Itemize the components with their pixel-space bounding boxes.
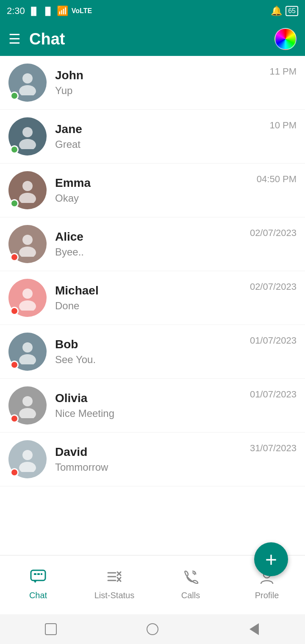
chat-content-michael: Michael Done [55, 284, 243, 312]
fab-icon: + [265, 548, 277, 571]
signal-icon-1: ▐▌ [28, 7, 39, 16]
svg-point-3 [19, 139, 36, 149]
battery-display: 65 [286, 6, 298, 16]
profile-nav-label: Profile [255, 591, 279, 600]
contact-name-john: John [55, 69, 263, 82]
chat-content-olivia: Olivia Nice Meeting [55, 391, 243, 419]
message-time-olivia: 01/07/2023 [250, 389, 297, 400]
status-dot-alice [10, 253, 19, 261]
fab-new-chat[interactable]: + [254, 542, 288, 576]
last-message-jane: Great [55, 139, 263, 150]
svg-rect-18 [37, 573, 40, 575]
contact-name-jane: Jane [55, 122, 263, 136]
svg-point-8 [22, 289, 33, 299]
svg-point-11 [19, 354, 36, 364]
avatar-wrap-alice [8, 225, 47, 263]
svg-rect-16 [31, 570, 45, 580]
svg-point-13 [19, 408, 36, 418]
chat-item-alice[interactable]: Alice Byee.. 02/07/2023 [0, 217, 305, 271]
last-message-michael: Done [55, 300, 243, 312]
chat-item-bob[interactable]: Bob See You. 01/07/2023 [0, 325, 305, 379]
home-icon [147, 623, 158, 635]
chat-list: John Yup 11 PM Jane Great 10 PM [0, 56, 305, 486]
svg-point-6 [22, 235, 33, 245]
status-dot-emma [10, 199, 19, 208]
svg-point-2 [22, 127, 33, 137]
message-time-david: 31/07/2023 [250, 443, 297, 454]
status-dot-michael [10, 307, 19, 315]
last-message-alice: Byee.. [55, 246, 243, 258]
contact-name-david: David [55, 445, 243, 459]
svg-point-1 [19, 85, 36, 95]
svg-point-4 [22, 181, 33, 191]
message-time-alice: 02/07/2023 [250, 228, 297, 239]
contact-name-bob: Bob [55, 338, 243, 351]
chat-content-jane: Jane Great [55, 122, 263, 150]
last-message-bob: See You. [55, 354, 243, 366]
message-time-john: 11 PM [269, 66, 297, 77]
back-icon [250, 623, 259, 635]
chat-item-michael[interactable]: Michael Done 02/07/2023 [0, 271, 305, 325]
signal-icon-2: ▐▌ [42, 7, 53, 16]
chat-nav-label: Chat [29, 591, 47, 600]
last-message-olivia: Nice Meeting [55, 408, 243, 419]
calls-nav-label: Calls [181, 591, 200, 600]
status-dot-john [10, 92, 19, 100]
chat-item-jane[interactable]: Jane Great 10 PM [0, 110, 305, 164]
recent-apps-icon [45, 623, 57, 635]
wifi-icon: 📶 [57, 6, 68, 17]
message-time-emma: 04:50 PM [257, 174, 297, 185]
chat-content-emma: Emma Okay [55, 176, 250, 204]
app-title: Chat [29, 30, 65, 48]
list-status-nav-icon [106, 569, 122, 587]
status-bar-right: 🔔 65 [271, 6, 298, 17]
chat-item-olivia[interactable]: Olivia Nice Meeting 01/07/2023 [0, 379, 305, 433]
svg-rect-19 [41, 573, 42, 575]
last-message-john: Yup [55, 85, 263, 97]
android-home-button[interactable] [142, 619, 163, 640]
chat-item-john[interactable]: John Yup 11 PM [0, 56, 305, 110]
svg-point-0 [22, 73, 33, 83]
time-display: 2:30 [7, 6, 25, 17]
app-bar-left: ☰ Chat [8, 30, 65, 48]
app-bar: ☰ Chat [0, 22, 305, 56]
message-time-bob: 01/07/2023 [250, 335, 297, 346]
list-status-nav-label: List-Status [94, 591, 134, 600]
vibrate-icon: 🔔 [271, 6, 282, 17]
svg-point-5 [19, 193, 36, 203]
svg-point-15 [19, 462, 36, 472]
avatar-wrap-john [8, 64, 47, 102]
avatar-wrap-emma [8, 171, 47, 209]
chat-item-david[interactable]: David Tommorrow 31/07/2023 [0, 433, 305, 486]
nav-item-chat[interactable]: Chat [0, 564, 76, 605]
lte-icon: VoLTE [72, 7, 92, 15]
calls-nav-icon [183, 569, 199, 587]
contact-name-alice: Alice [55, 230, 243, 244]
message-time-jane: 10 PM [269, 120, 297, 131]
menu-button[interactable]: ☰ [8, 31, 21, 47]
svg-point-12 [22, 396, 33, 406]
status-bar-left: 2:30 ▐▌ ▐▌ 📶 VoLTE [7, 6, 92, 17]
last-message-emma: Okay [55, 192, 250, 204]
nav-item-calls[interactable]: Calls [152, 564, 229, 605]
chat-content-john: John Yup [55, 69, 263, 97]
message-time-michael: 02/07/2023 [250, 281, 297, 292]
svg-rect-17 [34, 573, 36, 575]
avatar-wrap-bob [8, 333, 47, 371]
android-recent-button[interactable] [40, 619, 61, 640]
avatar-wrap-michael [8, 279, 47, 317]
contact-name-michael: Michael [55, 284, 243, 297]
avatar-wrap-olivia [8, 386, 47, 425]
chat-item-emma[interactable]: Emma Okay 04:50 PM [0, 164, 305, 217]
avatar-wrap-david [8, 440, 47, 478]
contact-name-emma: Emma [55, 176, 250, 190]
svg-point-10 [22, 342, 33, 353]
android-nav-bar [0, 614, 305, 644]
svg-point-14 [22, 450, 33, 460]
android-back-button[interactable] [244, 619, 265, 640]
color-wheel-button[interactable] [274, 28, 297, 50]
status-dot-jane [10, 145, 19, 154]
chat-nav-icon [30, 569, 46, 587]
nav-item-list-status[interactable]: List-Status [76, 564, 152, 605]
chat-content-david: David Tommorrow [55, 445, 243, 473]
